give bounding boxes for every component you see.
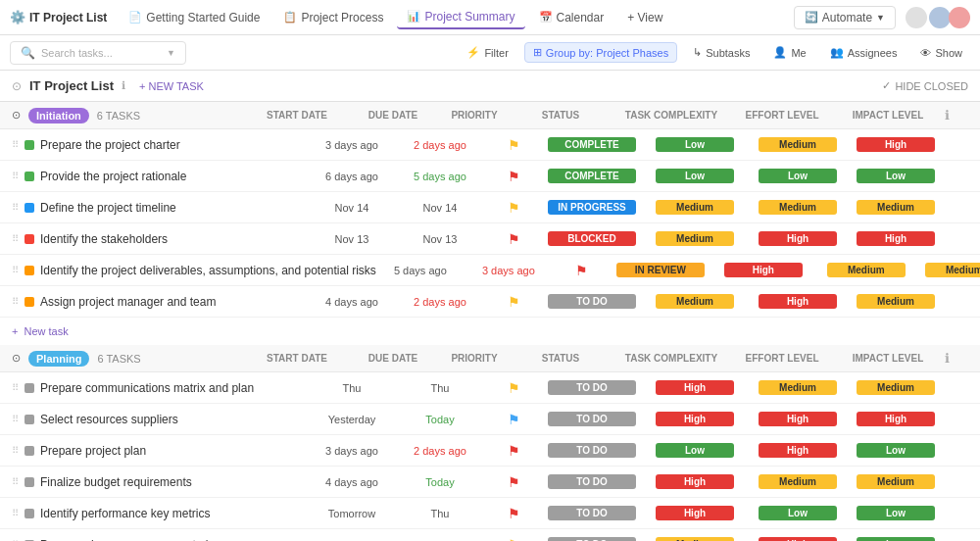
task-start-date: 3 days ago xyxy=(308,445,396,457)
task-label: Define the project timeline xyxy=(40,201,176,215)
task-effort: Medium xyxy=(749,200,847,215)
status-badge: TO DO xyxy=(548,412,636,426)
hide-closed-button[interactable]: ✓ HIDE CLOSED xyxy=(882,79,968,92)
task-label: Prepare project plan xyxy=(40,444,146,458)
group-by-button[interactable]: ⊞ Group by: Project Phases xyxy=(524,42,677,63)
task-effort: High xyxy=(749,537,847,541)
task-due-date: 5 days ago xyxy=(396,171,484,182)
impact-badge: Medium xyxy=(857,380,935,395)
search-box[interactable]: 🔍 Search tasks... ▼ xyxy=(10,41,186,65)
task-label: Provide the project rationale xyxy=(40,170,186,183)
impact-badge: High xyxy=(857,137,935,152)
effort-badge: Low xyxy=(759,506,837,520)
phase-badge-initiation: Initiation xyxy=(28,108,89,123)
task-name: ⠿ Identify the stakeholders xyxy=(12,232,308,246)
impact-badge: High xyxy=(857,231,935,246)
task-name: ⠿ Prepare communications matrix and plan xyxy=(12,381,308,395)
phase-impact-label: IMPACT LEVEL xyxy=(839,110,937,121)
task-color-dot xyxy=(24,383,34,393)
phase-priority-label: PRIORITY xyxy=(445,353,504,364)
impact-badge: Medium xyxy=(857,474,935,489)
phase-task-count-planning: 6 TASKS xyxy=(97,353,140,365)
task-impact: Medium xyxy=(847,294,945,309)
task-due-date: Today xyxy=(396,476,484,488)
tab-view[interactable]: + View xyxy=(617,7,672,28)
task-impact: Low xyxy=(847,443,945,458)
plus-icon: + xyxy=(12,325,18,337)
table-row[interactable]: ⠿ Identify performance key metrics Tomor… xyxy=(0,498,980,529)
table-row[interactable]: ⠿ Define the project timeline Nov 14 Nov… xyxy=(0,192,980,223)
complexity-badge: Medium xyxy=(656,200,734,215)
drag-handle-icon: ⠿ xyxy=(12,476,19,487)
impact-badge: Low xyxy=(857,169,935,183)
phase-toggle-initiation[interactable]: ⊙ xyxy=(12,109,21,122)
me-button[interactable]: 👤 Me xyxy=(765,43,813,62)
toolbar: 🔍 Search tasks... ▼ ⚡ Filter ⊞ Group by:… xyxy=(0,35,980,71)
table-row[interactable]: ⠿ Identify the stakeholders Nov 13 Nov 1… xyxy=(0,223,980,255)
table-row[interactable]: ⠿ Provide the project rationale 6 days a… xyxy=(0,161,980,192)
table-row[interactable]: ⠿ Identify the project deliverables, ass… xyxy=(0,255,980,286)
user-avatar-2[interactable] xyxy=(929,7,951,28)
task-priority: ⚑ xyxy=(484,380,543,396)
table-row[interactable]: ⠿ Prepare the project charter 3 days ago… xyxy=(0,129,980,161)
assignees-button[interactable]: 👥 Assignees xyxy=(822,43,906,62)
subtasks-button[interactable]: ↳ Subtasks xyxy=(685,43,758,62)
phase-effort-label: EFFORT LEVEL xyxy=(733,353,831,364)
user-avatar-3[interactable] xyxy=(949,7,970,28)
filter-button[interactable]: ⚡ Filter xyxy=(459,43,515,62)
phase-info-icon[interactable]: ℹ xyxy=(945,108,968,123)
task-effort: Medium xyxy=(749,474,847,489)
task-priority: ⚑ xyxy=(484,537,543,542)
task-complexity: High xyxy=(641,380,749,395)
show-button[interactable]: 👁 Show xyxy=(912,44,970,62)
effort-badge: Low xyxy=(759,169,837,183)
task-label: Prepare communications matrix and plan xyxy=(40,381,254,395)
user-avatar-1[interactable] xyxy=(906,7,927,28)
table-row[interactable]: ⠿ Prepare change management plan Wed Wed… xyxy=(0,529,980,541)
task-effort: High xyxy=(749,412,847,426)
complexity-badge: Medium xyxy=(656,231,734,246)
new-task-row-initiation[interactable]: +New task xyxy=(0,318,980,345)
status-badge: BLOCKED xyxy=(548,231,636,246)
complexity-badge: High xyxy=(656,474,734,489)
tab-getting-started[interactable]: 📄 Getting Started Guide xyxy=(119,7,270,28)
new-task-button[interactable]: + NEW TASK xyxy=(133,78,210,94)
task-complexity: Medium xyxy=(641,231,749,246)
task-impact: Medium xyxy=(847,474,945,489)
phase-task-count-initiation: 6 TASKS xyxy=(97,110,140,122)
phase-due-date-label: DUE DATE xyxy=(349,110,437,121)
task-status: TO DO xyxy=(543,537,641,541)
top-nav: ⚙️ IT Project List 📄 Getting Started Gui… xyxy=(0,0,980,35)
new-task-label: New task xyxy=(24,325,68,337)
task-priority: ⚑ xyxy=(484,443,543,459)
task-due-date: 2 days ago xyxy=(396,139,484,151)
table-row[interactable]: ⠿ Finalize budget requirements 4 days ag… xyxy=(0,467,980,498)
task-impact: Low xyxy=(847,506,945,520)
collapse-icon[interactable]: ⊙ xyxy=(12,79,22,93)
table-row[interactable]: ⠿ Select resources suppliers Yesterday T… xyxy=(0,404,980,435)
table-row[interactable]: ⠿ Prepare communications matrix and plan… xyxy=(0,372,980,404)
doc-icon: 📄 xyxy=(128,11,142,24)
phase-start-date-label: START DATE xyxy=(253,110,341,121)
phase-complexity-label: TASK COMPLEXITY xyxy=(617,110,725,121)
task-color-dot xyxy=(24,172,34,181)
task-effort: High xyxy=(749,294,847,309)
phase-info-icon[interactable]: ℹ xyxy=(945,351,968,366)
tab-calendar[interactable]: 📅 Calendar xyxy=(529,7,614,28)
task-color-dot xyxy=(24,203,34,213)
drag-handle-icon: ⠿ xyxy=(12,139,19,150)
tab-project-process[interactable]: 📋 Project Process xyxy=(273,7,393,28)
task-priority: ⚑ xyxy=(484,506,543,521)
project-title: IT Project List xyxy=(29,78,114,93)
task-due-date: 2 days ago xyxy=(396,445,484,457)
table-row[interactable]: ⠿ Assign project manager and team 4 days… xyxy=(0,286,980,318)
phase-toggle-planning[interactable]: ⊙ xyxy=(12,352,21,365)
drag-handle-icon: ⠿ xyxy=(12,296,19,307)
task-effort: High xyxy=(749,443,847,458)
tab-project-summary[interactable]: 📊 Project Summary xyxy=(397,6,524,29)
task-label: Identify the stakeholders xyxy=(40,232,168,246)
automate-button[interactable]: 🔄 Automate ▼ xyxy=(794,6,896,29)
task-start-date: 5 days ago xyxy=(376,265,465,276)
table-row[interactable]: ⠿ Prepare project plan 3 days ago 2 days… xyxy=(0,435,980,467)
task-impact: High xyxy=(847,137,945,152)
